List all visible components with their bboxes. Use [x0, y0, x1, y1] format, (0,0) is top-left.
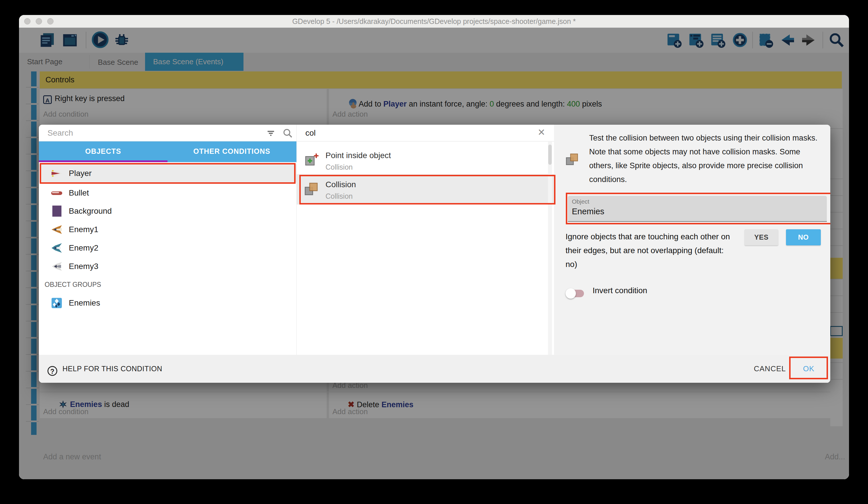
active-tab-indicator [39, 160, 167, 162]
object-label: Enemies [69, 294, 100, 312]
tab-objects[interactable]: OBJECTS [39, 141, 167, 162]
object-label: Enemy1 [69, 220, 99, 239]
enemies-group-icon [50, 296, 63, 309]
enemy1-ship-icon [50, 223, 63, 236]
annotation-player-row [40, 163, 296, 184]
clear-search-icon[interactable]: × [538, 125, 545, 139]
object-row-enemy2[interactable]: Enemy2 [39, 239, 297, 257]
app-window: GDevelop 5 - /Users/dkarakay/Documents/G… [19, 15, 849, 479]
window-title: GDevelop 5 - /Users/dkarakay/Documents/G… [19, 15, 849, 28]
scrollbar-thumb[interactable] [548, 144, 552, 165]
filter-icon[interactable] [266, 128, 276, 139]
enemy3-ship-icon [50, 260, 63, 273]
search-icon [282, 128, 293, 139]
dialog-tabbar: OBJECTS OTHER CONDITIONS [39, 141, 297, 162]
no-button[interactable]: NO [786, 229, 821, 245]
annotation-collision-result [299, 175, 556, 204]
condition-description: Test the collision between two objects u… [589, 131, 822, 187]
object-list-pane: OBJECTS OTHER CONDITIONS Player [39, 125, 297, 355]
point-inside-icon [303, 151, 320, 168]
annotation-ok-button [789, 356, 828, 379]
object-row-bullet[interactable]: Bullet [39, 184, 297, 202]
ignore-touching-label: Ignore objects that are touching each ot… [566, 230, 732, 271]
help-link[interactable]: ?HELP FOR THIS CONDITION [48, 355, 162, 383]
object-label: Enemy2 [69, 239, 99, 257]
group-row-enemies[interactable]: Enemies [39, 294, 297, 312]
results-scrollbar[interactable] [548, 142, 552, 355]
background-icon [50, 205, 63, 218]
object-label: Background [69, 202, 112, 220]
titlebar: GDevelop 5 - /Users/dkarakay/Documents/G… [19, 15, 849, 28]
object-label: Enemy3 [69, 257, 99, 276]
screenshot-stage: GDevelop 5 - /Users/dkarakay/Documents/G… [0, 0, 868, 504]
result-subtitle: Collision [326, 163, 353, 171]
condition-search-input[interactable] [305, 127, 507, 140]
object-row-background[interactable]: Background [39, 202, 297, 220]
condition-search-row: × [297, 125, 554, 141]
object-search-row [39, 125, 297, 141]
invert-condition-label: Invert condition [592, 286, 647, 295]
choose-condition-dialog: OBJECTS OTHER CONDITIONS Player [39, 125, 830, 383]
annotation-object-field [566, 193, 830, 224]
help-label: HELP FOR THIS CONDITION [62, 365, 162, 373]
condition-config-pane: Test the collision between two objects u… [554, 125, 830, 355]
tab-other-conditions[interactable]: OTHER CONDITIONS [167, 141, 296, 162]
toggle-thumb[interactable] [566, 288, 576, 299]
bullet-icon [50, 187, 63, 199]
condition-results-pane: × Point inside object Collision [297, 125, 554, 355]
yes-button[interactable]: YES [745, 229, 778, 245]
dialog-footer: ?HELP FOR THIS CONDITION CANCEL OK [39, 355, 830, 383]
object-row-enemy1[interactable]: Enemy1 [39, 220, 297, 239]
help-icon: ? [48, 366, 57, 376]
object-search-input[interactable] [47, 127, 249, 140]
cancel-button[interactable]: CANCEL [747, 355, 793, 383]
result-title: Point inside object [326, 151, 391, 160]
object-label: Bullet [69, 184, 89, 202]
result-point-inside-object[interactable]: Point inside object Collision [297, 146, 554, 173]
invert-condition-toggle[interactable] [567, 290, 584, 297]
object-row-enemy3[interactable]: Enemy3 [39, 257, 297, 276]
collision-icon [565, 152, 580, 167]
object-groups-header: OBJECT GROUPS [45, 276, 292, 293]
enemy2-ship-icon [50, 242, 63, 254]
